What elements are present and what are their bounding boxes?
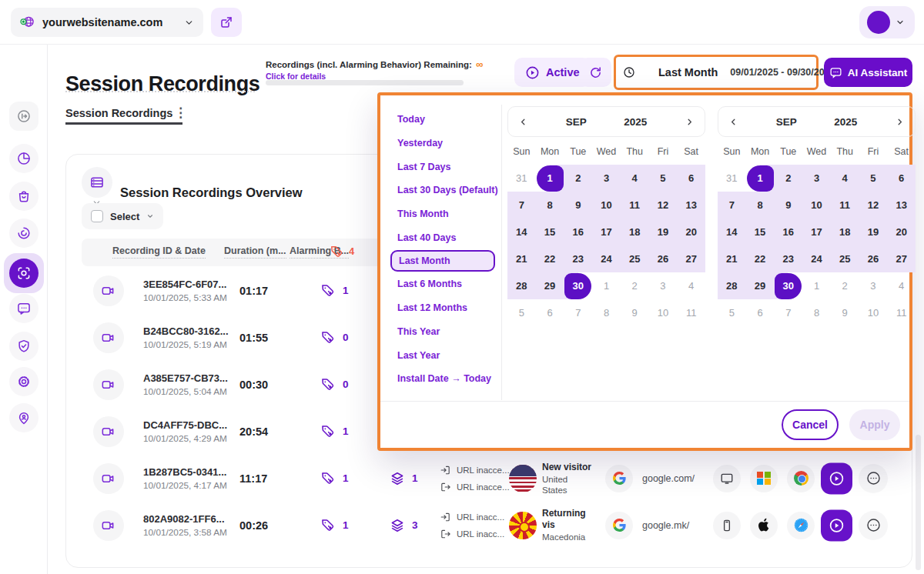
calendar-day[interactable]: 4 (677, 272, 705, 299)
calendar-day[interactable]: 25 (621, 245, 649, 272)
calendar-day[interactable]: 2 (774, 165, 802, 192)
prev-month-icon[interactable] (728, 117, 738, 127)
date-preset-last-30-days-default-[interactable]: Last 30 Days (Default) (380, 179, 501, 202)
date-preset-yesterday[interactable]: Yesterday (380, 132, 501, 155)
calendar-day[interactable]: 21 (507, 245, 536, 272)
calendar-day[interactable]: 18 (831, 219, 859, 245)
date-preset-last-12-months[interactable]: Last 12 Months (380, 296, 501, 320)
active-status-button[interactable]: Active (514, 58, 591, 87)
sidebar-item-settings-gear[interactable] (9, 367, 38, 396)
calendar-day[interactable]: 11 (677, 299, 705, 326)
more-options-button[interactable] (859, 511, 888, 540)
calendar-day[interactable]: 10 (592, 192, 621, 219)
calendar-day[interactable]: 12 (859, 192, 888, 219)
calendar-day[interactable]: 17 (802, 219, 831, 245)
calendar-day[interactable]: 3 (859, 272, 888, 299)
calendar-day[interactable]: 1 (536, 165, 564, 192)
calendar-day[interactable]: 3 (802, 165, 831, 192)
calendar-day[interactable]: 23 (564, 245, 592, 272)
date-preset-last-7-days[interactable]: Last 7 Days (380, 155, 501, 179)
calendar-day[interactable]: 10 (802, 192, 831, 219)
calendar-day[interactable]: 17 (592, 219, 621, 245)
sidebar-item-location-pin[interactable] (9, 403, 38, 432)
calendar-day[interactable]: 15 (536, 219, 564, 245)
calendar-day[interactable]: 27 (887, 245, 916, 272)
calendar-day[interactable]: 18 (621, 219, 649, 245)
calendar-day[interactable]: 27 (677, 245, 705, 272)
calendar-day[interactable]: 12 (649, 192, 678, 219)
calendar-day[interactable]: 28 (507, 272, 536, 299)
column-duration[interactable]: Duration (m... (224, 245, 286, 259)
sidebar-item-session-recordings[interactable] (4, 253, 44, 293)
user-menu[interactable] (859, 6, 915, 38)
date-preset-this-month[interactable]: This Month (380, 202, 501, 226)
calendar-day[interactable]: 16 (774, 219, 802, 245)
date-preset-last-year[interactable]: Last Year (380, 343, 501, 367)
calendar-day[interactable]: 28 (718, 272, 746, 299)
exit-url[interactable]: URL inacce... (440, 481, 510, 492)
calendar-day[interactable]: 22 (536, 245, 564, 272)
date-preset-last-month[interactable]: Last Month (390, 250, 495, 272)
calendar-day[interactable]: 29 (536, 272, 564, 299)
calendar-day[interactable]: 21 (718, 245, 746, 272)
select-button[interactable]: Select (82, 203, 163, 229)
scrollbar[interactable] (916, 435, 921, 570)
calendar-day[interactable]: 29 (746, 272, 775, 299)
calendar-day[interactable]: 11 (831, 192, 859, 219)
calendar-day[interactable]: 9 (621, 299, 649, 326)
calendar-day[interactable]: 6 (887, 165, 916, 192)
date-preset-last-6-months[interactable]: Last 6 Months (380, 272, 501, 296)
select-all-checkbox[interactable] (91, 210, 103, 222)
calendar-day[interactable]: 16 (564, 219, 592, 245)
calendar-day[interactable]: 30 (774, 272, 802, 299)
calendar-day[interactable]: 23 (774, 245, 802, 272)
calendar-day[interactable]: 5 (507, 299, 536, 326)
calendar-day[interactable]: 6 (677, 165, 705, 192)
calendar-day[interactable]: 24 (592, 245, 621, 272)
calendar-day[interactable]: 26 (859, 245, 888, 272)
ai-assistant-button[interactable]: AI Assistant (824, 58, 912, 87)
calendar-day[interactable]: 6 (536, 299, 564, 326)
more-options-button[interactable] (859, 464, 888, 493)
calendar-day[interactable]: 7 (507, 192, 536, 219)
calendar-day[interactable]: 5 (859, 165, 888, 192)
calendar-day[interactable]: 4 (887, 272, 916, 299)
calendar-day[interactable]: 2 (564, 165, 592, 192)
date-preset-last-40-days[interactable]: Last 40 Days (380, 225, 501, 249)
calendar-day[interactable]: 7 (774, 299, 802, 326)
sidebar-item-feedback[interactable] (9, 294, 38, 323)
calendar-day[interactable]: 7 (718, 192, 746, 219)
sidebar-item-pie-chart[interactable] (9, 144, 38, 173)
calendar-day[interactable]: 22 (746, 245, 775, 272)
column-recording-id-date[interactable]: Recording ID & Date (112, 245, 206, 259)
prev-month-icon[interactable] (518, 117, 528, 127)
calendar-day[interactable]: 15 (746, 219, 775, 245)
calendar-day[interactable]: 9 (774, 192, 802, 219)
calendar-day[interactable]: 30 (564, 272, 592, 299)
tab-menu-kebab-icon[interactable]: ⋮ (174, 105, 187, 121)
sidebar-item-shield-check[interactable] (9, 332, 38, 361)
entry-url[interactable]: URL inacce... (440, 464, 510, 476)
calendar-day[interactable]: 2 (621, 272, 649, 299)
calendar-day[interactable]: 11 (887, 299, 916, 326)
calendar-day[interactable]: 8 (592, 299, 621, 326)
calendar-day[interactable]: 25 (831, 245, 859, 272)
calendar-day[interactable]: 3 (649, 272, 678, 299)
open-website-button[interactable] (211, 8, 242, 37)
calendar-day[interactable]: 3 (592, 165, 621, 192)
calendar-day[interactable]: 8 (746, 192, 775, 219)
calendar-day[interactable]: 9 (831, 299, 859, 326)
calendar-day[interactable]: 19 (649, 219, 678, 245)
calendar-day[interactable]: 8 (802, 299, 831, 326)
calendar-day[interactable]: 5 (718, 299, 746, 326)
play-recording-button[interactable] (821, 462, 852, 494)
cancel-button[interactable]: Cancel (782, 409, 839, 440)
calendar-day[interactable]: 1 (746, 165, 775, 192)
calendar-day[interactable]: 31 (718, 165, 746, 192)
sidebar-item-gauge[interactable] (9, 219, 38, 248)
play-recording-button[interactable] (821, 509, 852, 541)
calendar-day[interactable]: 11 (621, 192, 649, 219)
date-preset-install-date-today[interactable]: Install Date → Today (380, 367, 501, 391)
calendar-day[interactable]: 4 (831, 165, 859, 192)
calendar-day[interactable]: 19 (859, 219, 888, 245)
